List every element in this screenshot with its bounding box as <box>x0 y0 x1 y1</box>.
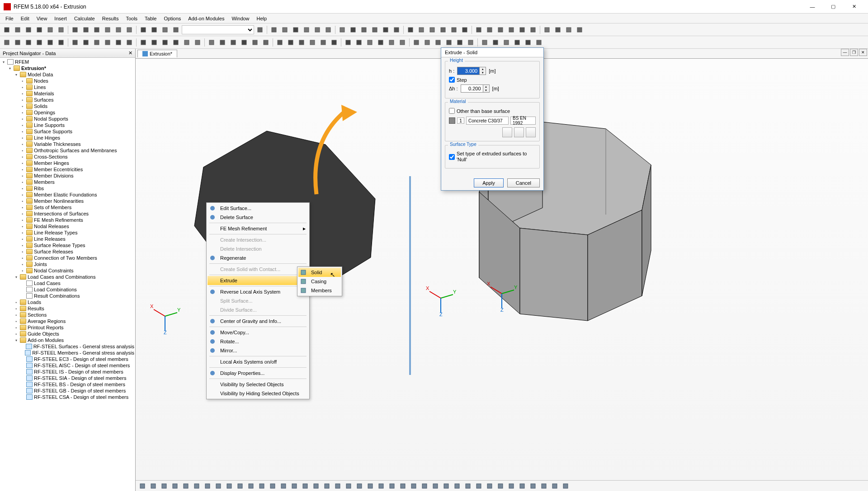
toolbar-button[interactable] <box>491 37 500 47</box>
tree-node-openings[interactable]: ▪Openings <box>1 109 134 116</box>
toolbar-button[interactable] <box>138 37 148 47</box>
tree-node-load-combinations[interactable]: Load Combinations <box>1 286 134 293</box>
toolbar-button[interactable] <box>302 25 311 35</box>
toolbar-button[interactable] <box>13 37 23 47</box>
tree-toggle-icon[interactable]: ▪ <box>20 217 25 223</box>
ctx-move-copy-[interactable]: Move/Copy... <box>208 328 308 337</box>
tree-toggle-icon[interactable]: ▪ <box>20 141 25 147</box>
material-library-button[interactable] <box>502 127 512 137</box>
tree-toggle-icon[interactable]: ▪ <box>20 91 25 96</box>
bottom-toolbar-button[interactable] <box>430 481 440 491</box>
view-restore-button[interactable]: ❐ <box>850 49 858 56</box>
tree-toggle-icon[interactable]: ▪ <box>20 116 25 122</box>
tree-toggle-icon[interactable]: ▾ <box>7 65 13 71</box>
tree-toggle-icon[interactable] <box>20 375 25 381</box>
toolbar-button[interactable] <box>506 25 516 35</box>
toolbar-button[interactable] <box>553 25 563 35</box>
bottom-toolbar-button[interactable] <box>333 481 343 491</box>
tree-toggle-icon[interactable]: ▪ <box>20 268 25 273</box>
tree-node-rf-steel-is-design-of-steel-members[interactable]: RF-STEEL IS - Design of steel members <box>1 369 134 375</box>
height-spinner[interactable]: ▲▼ <box>457 67 486 75</box>
tree-node-rf-steel-sia-design-of-steel-members[interactable]: RF-STEEL SIA - Design of steel members <box>1 375 134 381</box>
tree-toggle-icon[interactable]: ▪ <box>20 122 25 128</box>
toolbar-button[interactable] <box>291 25 301 35</box>
tree-toggle-icon[interactable]: ▪ <box>20 243 25 248</box>
toolbar-button[interactable] <box>92 37 102 47</box>
menu-view[interactable]: View <box>33 15 51 22</box>
view-close-button[interactable]: ✕ <box>859 49 867 56</box>
toolbar-button[interactable] <box>160 25 170 35</box>
tree-toggle-icon[interactable]: ▾ <box>14 274 19 280</box>
bottom-toolbar-button[interactable] <box>170 481 180 491</box>
ctx-rotate-[interactable]: Rotate... <box>208 337 308 346</box>
tree-node-guide-objects[interactable]: ▪Guide Objects <box>1 331 134 337</box>
toolbar-button[interactable] <box>455 37 465 47</box>
tree-toggle-icon[interactable]: ▪ <box>20 160 25 166</box>
tree-node-ribs[interactable]: ▪Ribs <box>1 185 134 192</box>
tree-node-rf-steel-bs-design-of-steel-members[interactable]: RF-STEEL BS - Design of steel members <box>1 381 134 388</box>
bottom-toolbar-button[interactable] <box>506 481 516 491</box>
toolbar-button[interactable] <box>480 37 490 47</box>
toolbar-button[interactable] <box>250 37 260 47</box>
viewport-divider[interactable] <box>409 176 411 375</box>
tree-toggle-icon[interactable]: ▪ <box>20 154 25 159</box>
toolbar-button[interactable] <box>171 37 181 47</box>
toolbar-button[interactable] <box>318 37 328 47</box>
toolbar-button[interactable] <box>495 25 505 35</box>
bottom-toolbar-button[interactable] <box>300 481 310 491</box>
tree-node-load-cases-and-combinations[interactable]: ▾Load Cases and Combinations <box>1 274 134 280</box>
menu-results[interactable]: Results <box>99 15 123 22</box>
bottom-toolbar-button[interactable] <box>289 481 299 491</box>
toolbar-button[interactable] <box>534 37 544 47</box>
tree-node-rf-steel-csa-design-of-steel-members[interactable]: RF-STEEL CSA - Design of steel members <box>1 394 134 400</box>
toolbar-button[interactable] <box>501 37 511 47</box>
tree-toggle-icon[interactable]: ▾ <box>14 72 19 77</box>
menu-edit[interactable]: Edit <box>17 15 33 22</box>
menu-window[interactable]: Window <box>228 15 253 22</box>
tree-toggle-icon[interactable]: ▪ <box>20 78 25 84</box>
toolbar-button[interactable] <box>171 25 181 35</box>
tree-toggle-icon[interactable] <box>20 356 25 362</box>
toolbar-button[interactable] <box>193 37 203 47</box>
material-name[interactable]: Concrete C30/37 <box>466 117 509 125</box>
tree-toggle-icon[interactable] <box>20 394 25 400</box>
toolbar-button[interactable] <box>512 37 522 47</box>
toolbar-button[interactable] <box>239 37 249 47</box>
bottom-toolbar-button[interactable] <box>137 481 147 491</box>
tree-toggle-icon[interactable]: ▪ <box>20 249 25 254</box>
close-button[interactable]: ✕ <box>844 0 864 14</box>
tree-node-load-cases[interactable]: Load Cases <box>1 280 134 286</box>
toolbar-button[interactable] <box>359 25 369 35</box>
step-down-button[interactable]: ▼ <box>483 89 489 92</box>
tree-node-nodal-constraints[interactable]: ▪Nodal Constraints <box>1 267 134 274</box>
tree-node-member-divisions[interactable]: ▪Member Divisions <box>1 173 134 179</box>
bottom-toolbar-button[interactable] <box>474 481 484 491</box>
bottom-toolbar-button[interactable] <box>539 481 549 491</box>
tree-node-nodes[interactable]: ▪Nodes <box>1 78 134 84</box>
toolbar-button[interactable] <box>523 37 533 47</box>
toolbar-combo[interactable] <box>182 25 254 34</box>
extrude-sub-members[interactable]: Members <box>298 286 341 295</box>
tree-node-rf-steel-ec3-design-of-steel-members[interactable]: RF-STEEL EC3 - Design of steel members <box>1 356 134 362</box>
bottom-toolbar-button[interactable] <box>257 481 267 491</box>
bottom-toolbar-button[interactable] <box>148 481 158 491</box>
bottom-toolbar-button[interactable] <box>246 481 256 491</box>
tree-node-connection-of-two-members[interactable]: ▪Connection of Two Members <box>1 255 134 261</box>
toolbar-button[interactable] <box>275 37 285 47</box>
tree-toggle-icon[interactable]: ▪ <box>20 103 25 109</box>
toolbar-button[interactable] <box>365 37 375 47</box>
ctx-reverse-local-axis-system[interactable]: Reverse Local Axis System <box>208 287 308 296</box>
tree-node-surface-release-types[interactable]: ▪Surface Release Types <box>1 242 134 248</box>
bottom-toolbar-button[interactable] <box>517 481 527 491</box>
apply-button[interactable]: Apply <box>474 178 504 187</box>
toolbar-button[interactable] <box>45 25 55 35</box>
tree-node-rf-steel-aisc-design-of-steel-members[interactable]: RF-STEEL AISC - Design of steel members <box>1 362 134 369</box>
toolbar-button[interactable] <box>113 25 123 35</box>
toolbar-button[interactable] <box>575 25 585 35</box>
toolbar-button[interactable] <box>81 37 91 47</box>
extrude-sub-casing[interactable]: Casing <box>298 277 341 286</box>
tree-node-nodal-supports[interactable]: ▪Nodal Supports <box>1 116 134 122</box>
tree-node-orthotropic-surfaces-and-membranes[interactable]: ▪Orthotropic Surfaces and Membranes <box>1 147 134 154</box>
bottom-toolbar-button[interactable] <box>528 481 538 491</box>
tree-node-member-eccentricities[interactable]: ▪Member Eccentricities <box>1 166 134 173</box>
